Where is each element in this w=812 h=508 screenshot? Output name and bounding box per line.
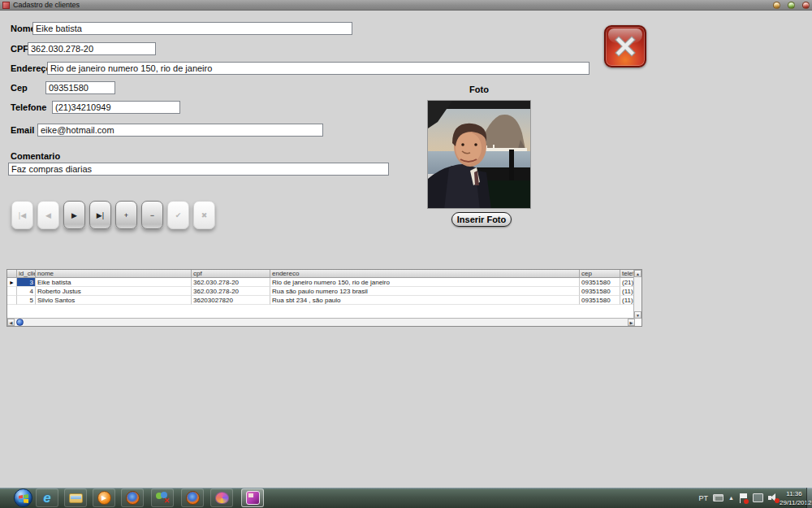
show-hidden-icons[interactable]: ▲ [728,495,734,501]
comentario-input[interactable] [8,163,389,176]
endereco-label: Endereço [11,63,51,73]
action-center-icon[interactable] [739,493,748,503]
nome-input[interactable] [32,22,352,35]
firefox-icon [126,491,140,505]
exit-button[interactable] [604,25,646,67]
telefone-input[interactable] [52,101,180,114]
volume-muted-icon[interactable] [768,493,778,502]
inserir-foto-button[interactable]: Inserir Foto [451,212,512,227]
scroll-thumb-ball[interactable] [16,319,24,326]
taskbar-clock[interactable]: 11:36 29/11/2012 [780,488,809,508]
scroll-down-icon[interactable]: ▼ [634,311,641,319]
palette-icon [215,492,229,504]
grid-row-selected[interactable]: ► 3 Eike batista 362.030.278-20 Rio de j… [7,278,635,287]
taskbar-active-app-button[interactable] [241,488,264,507]
grid-row[interactable]: 5 Silvio Santos 36203027820 Rua sbt 234 … [7,296,635,305]
internet-explorer-icon: e [43,490,50,506]
taskbar-mediaplayer-button[interactable]: ▶ [93,488,115,507]
cell-id[interactable]: 5 [17,296,36,305]
window-icon [2,2,10,9]
grid-horizontal-scrollbar[interactable]: ◀ ▶ [7,318,635,326]
cell-cep[interactable]: 09351580 [580,296,620,305]
taskbar-firefox2-button[interactable] [181,488,204,507]
close-x-icon [611,32,640,61]
cep-input[interactable] [45,81,115,94]
foto-label: Foto [443,85,516,94]
taskbar-paint-button[interactable] [210,488,233,507]
nav-post-button: ✔ [167,201,189,229]
cell-endereco[interactable]: Rua são paulo numero 123 brasil [270,287,580,296]
grid-header-endereco[interactable]: endereco [270,270,580,278]
people-app-icon: ✕ [155,492,170,505]
grid-row[interactable]: 4 Roberto Justus 362.030.278-20 Rua são … [7,287,635,296]
cell-nome[interactable]: Eike batista [36,278,192,287]
cep-label: Cep [11,83,28,93]
grid-vertical-scrollbar[interactable]: ▲ ▼ [633,270,641,319]
cell-cep[interactable]: 09351580 [580,287,620,296]
cell-cep[interactable]: 09351580 [580,278,620,287]
nav-delete-button[interactable]: − [141,201,163,229]
taskbar-explorer-button[interactable] [64,488,87,507]
grid-header-cpf[interactable]: cpf [192,270,270,278]
clock-date: 29/11/2012 [780,498,809,507]
cell-cpf[interactable]: 362.030.278-20 [192,287,270,296]
desktop: Cadastro de clientes Nome CPF Endereço C… [0,0,812,508]
keyboard-icon[interactable] [713,494,723,501]
nav-last-button[interactable]: ▶| [89,201,111,229]
taskbar: e ▶ ✕ PT ▲ [0,488,812,508]
grid-header-cep[interactable]: cep [580,270,620,278]
windows-logo-icon [19,494,28,503]
clock-time: 11:36 [780,489,809,498]
db-navigator: |◀ ◀ ▶ ▶| + − ✔ ✖ [11,201,215,229]
cell-cpf[interactable]: 362.030.278-20 [192,278,270,287]
cell-endereco[interactable]: Rua sbt 234 , são paulo [270,296,580,305]
cell-id[interactable]: 4 [17,287,36,296]
start-button[interactable] [14,488,32,507]
cell-id[interactable]: 3 [17,278,36,287]
taskbar-firefox-button[interactable] [121,488,144,507]
grid-header-nome[interactable]: nome [36,270,192,278]
grid-header-indicator [7,270,17,278]
email-input[interactable] [37,124,323,137]
form-client-area: Nome CPF Endereço Cep Telefone Email Com… [0,11,812,488]
scroll-up-icon[interactable]: ▲ [634,270,641,277]
customer-photo [427,100,531,209]
nav-insert-button[interactable]: + [115,201,137,229]
close-button[interactable] [802,2,810,9]
maximize-button[interactable] [788,2,795,9]
language-indicator[interactable]: PT [699,494,709,502]
show-desktop-button[interactable] [806,488,812,508]
cell-nome[interactable]: Roberto Justus [36,287,192,296]
cell-endereco[interactable]: Rio de janeiro numero 150, rio de janeir… [270,278,580,287]
nav-first-button: |◀ [11,201,33,229]
minimize-button[interactable] [773,2,780,9]
media-player-icon: ▶ [97,491,111,505]
nav-prior-button: ◀ [37,201,59,229]
network-icon[interactable] [753,493,763,502]
comentario-label: Comentario [11,151,60,161]
cell-nome[interactable]: Silvio Santos [36,296,192,305]
grid-header-id[interactable]: id_cliente [17,270,36,278]
grid-header-row: id_cliente nome cpf endereco cep telefon… [7,270,635,278]
taskbar-messenger-button[interactable]: ✕ [151,488,174,507]
system-tray: PT ▲ [699,488,778,508]
firefox-icon [186,491,200,505]
cpf-label: CPF [11,44,28,54]
active-app-icon [246,491,260,505]
taskbar-ie-button[interactable]: e [36,488,58,507]
window-titlebar[interactable]: Cadastro de clientes [0,0,812,11]
telefone-label: Telefone [11,102,46,112]
email-label: Email [11,125,34,135]
clientes-grid: id_cliente nome cpf endereco cep telefon… [6,269,642,327]
nav-next-button[interactable]: ▶ [63,201,85,229]
folder-icon [69,493,83,503]
scroll-left-icon[interactable]: ◀ [7,319,15,326]
cell-cpf[interactable]: 36203027820 [192,296,270,305]
scroll-right-icon[interactable]: ▶ [628,319,635,326]
cpf-input[interactable] [28,42,156,55]
nome-label: Nome [11,24,36,33]
nav-cancel-button: ✖ [193,201,215,229]
window-title: Cadastro de clientes [13,0,80,11]
endereco-input[interactable] [47,62,590,75]
row-indicator-icon: ► [9,280,15,285]
